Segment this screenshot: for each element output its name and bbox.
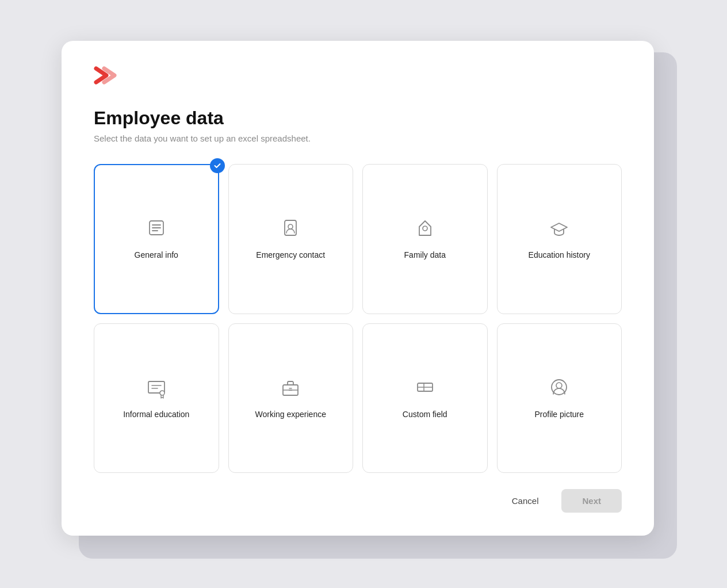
logo xyxy=(94,66,622,87)
profile-icon xyxy=(548,376,571,401)
card-working-experience[interactable]: Working experience xyxy=(228,323,354,474)
svg-point-19 xyxy=(556,383,562,388)
shadow-card: Employee data Select the data you want t… xyxy=(62,41,665,547)
cancel-button[interactable]: Cancel xyxy=(503,490,548,511)
next-button[interactable]: Next xyxy=(561,489,622,513)
custom-icon xyxy=(414,376,437,401)
card-label-informal-education: Informal education xyxy=(123,409,189,421)
page-title: Employee data xyxy=(94,108,622,129)
page-subtitle: Select the data you want to set up an ex… xyxy=(94,133,622,143)
education-icon xyxy=(548,216,571,242)
card-profile-picture[interactable]: Profile picture xyxy=(497,323,622,474)
card-emergency-contact[interactable]: Emergency contact xyxy=(228,164,354,314)
card-custom-field[interactable]: Custom field xyxy=(362,323,488,474)
card-label-family-data: Family data xyxy=(404,250,446,261)
selected-badge xyxy=(210,158,225,173)
svg-point-6 xyxy=(423,226,427,231)
family-icon xyxy=(414,216,437,242)
card-label-profile-picture: Profile picture xyxy=(534,409,584,421)
card-label-working-experience: Working experience xyxy=(255,409,326,421)
card-family-data[interactable]: Family data xyxy=(362,164,488,314)
card-general-info[interactable]: General info xyxy=(94,164,219,314)
briefcase-icon xyxy=(279,376,302,401)
card-label-education-history: Education history xyxy=(529,250,590,261)
card-label-custom-field: Custom field xyxy=(403,409,447,421)
card-education-history[interactable]: Education history xyxy=(497,164,622,314)
card-label-general-info: General info xyxy=(135,250,178,261)
list-icon xyxy=(145,216,168,242)
svg-point-5 xyxy=(288,224,293,229)
certificate-icon xyxy=(145,376,168,401)
modal-dialog: Employee data Select the data you want t… xyxy=(62,41,654,536)
card-label-emergency-contact: Emergency contact xyxy=(256,250,325,261)
logo-icon xyxy=(94,66,117,85)
modal-footer: Cancel Next xyxy=(94,473,622,513)
contact-icon xyxy=(279,216,302,242)
card-informal-education[interactable]: Informal education xyxy=(94,323,219,474)
svg-point-10 xyxy=(160,391,164,395)
data-type-grid: General info Emergency contact xyxy=(94,164,622,473)
